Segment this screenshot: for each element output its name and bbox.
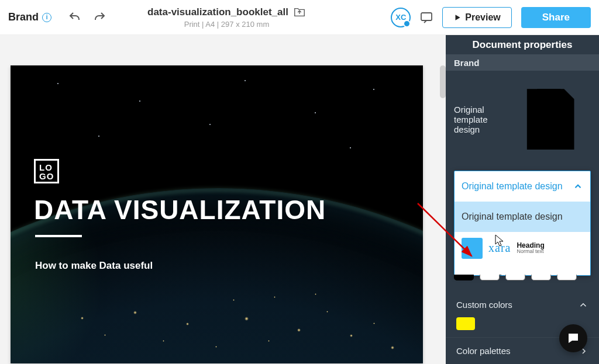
info-icon: i: [42, 13, 51, 22]
chevron-up-icon: [578, 300, 588, 310]
dropdown-option-original[interactable]: Original template design: [455, 202, 590, 232]
logo-placeholder[interactable]: LO GO: [34, 159, 59, 183]
dropdown-option-xara-brand[interactable]: xara Heading Normal text: [455, 232, 590, 265]
svg-rect-1: [537, 123, 564, 143]
document-page[interactable]: LO GO DATA VISUALIZATION How to make Dat…: [11, 65, 423, 363]
create-brand-button[interactable]: + Create a Brand: [455, 265, 590, 276]
brand-dropdown: Original template design Original templa…: [454, 171, 591, 276]
brand-xara-logo: xara: [488, 241, 511, 255]
redo-icon[interactable]: [92, 11, 106, 25]
share-button[interactable]: Share: [521, 7, 591, 28]
document-meta: Print | A4 | 297 x 210 mm: [147, 20, 306, 29]
chat-bubble-icon: [566, 331, 580, 345]
top-bar: Brand i data-visualization_booklet_all P…: [0, 0, 599, 35]
template-design-row: Original template design: [446, 71, 599, 168]
page-subtitle-text[interactable]: How to make Data useful: [35, 260, 153, 272]
properties-panel: Document properties Brand Original templ…: [446, 35, 599, 364]
panel-section-brand[interactable]: Brand: [446, 54, 599, 71]
svg-rect-0: [421, 13, 432, 20]
export-folder-icon[interactable]: [293, 6, 306, 19]
comments-button[interactable]: [416, 8, 436, 27]
document-title[interactable]: data-visualization_booklet_all: [147, 6, 288, 18]
template-design-label: Original template design: [454, 105, 510, 134]
canvas-area[interactable]: LO GO DATA VISUALIZATION How to make Dat…: [0, 35, 446, 364]
title-underline: [35, 235, 82, 237]
document-title-block: data-visualization_booklet_all Print | A…: [147, 6, 306, 29]
play-icon: [453, 13, 462, 22]
user-avatar[interactable]: XC: [391, 8, 411, 27]
vertical-scrollbar[interactable]: [440, 65, 446, 98]
custom-color-swatch-yellow[interactable]: [456, 317, 475, 330]
save-template-icon[interactable]: [510, 79, 591, 160]
chevron-up-icon: [573, 181, 583, 192]
brand-label: Brand: [8, 11, 39, 23]
undo-icon[interactable]: [68, 11, 82, 25]
brand-color-swatch: [462, 238, 483, 259]
swatch-row-peek: [454, 275, 591, 286]
preview-button[interactable]: Preview: [442, 7, 511, 28]
panel-title: Document properties: [446, 35, 599, 54]
brand-menu-button[interactable]: Brand i: [8, 11, 51, 23]
avatar-badge-icon: [403, 20, 411, 27]
brand-normal-sample: Normal text: [517, 249, 544, 254]
help-chat-button[interactable]: [559, 324, 587, 352]
page-title-text[interactable]: DATA VISUALIZATION: [34, 194, 326, 226]
dropdown-selected[interactable]: Original template design: [455, 171, 590, 202]
chat-icon: [419, 11, 433, 25]
custom-colors-row[interactable]: Custom colors: [446, 290, 599, 315]
undo-redo-group: [68, 11, 106, 25]
